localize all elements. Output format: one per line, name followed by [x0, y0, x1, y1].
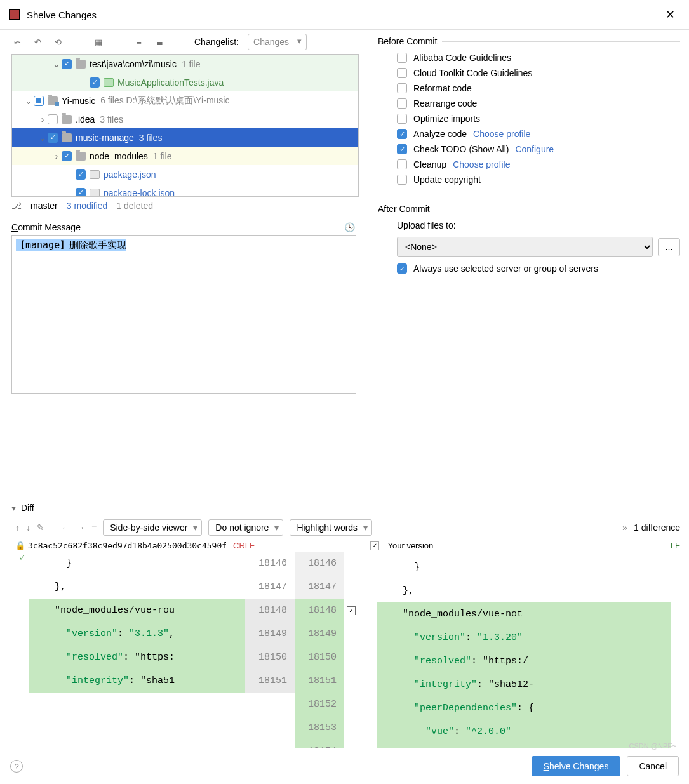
item-name: .idea: [76, 114, 95, 124]
option-label: Check TODO (Show All): [413, 144, 509, 154]
tree-row[interactable]: ›.idea3 files: [12, 110, 358, 128]
checkbox[interactable]: ✓: [76, 188, 86, 197]
option-checkbox[interactable]: [397, 159, 407, 169]
checkbox[interactable]: [34, 96, 44, 106]
option-label: Reformat code: [413, 83, 472, 93]
option-checkbox[interactable]: [397, 83, 407, 93]
expand-arrow[interactable]: ›: [37, 114, 48, 124]
item-name: node_modules: [90, 151, 148, 161]
refresh-icon[interactable]: ⟲: [52, 36, 64, 48]
commit-message-label: Commit Message: [11, 222, 81, 232]
modified-count[interactable]: 3 modified: [67, 201, 108, 211]
tree-row[interactable]: ⌄✓music-manage3 files: [12, 128, 358, 147]
shelve-button[interactable]: Shelve Changes: [532, 756, 621, 776]
upload-select[interactable]: <None>: [397, 237, 653, 257]
file-icon: [90, 189, 100, 197]
changelist-select[interactable]: Changes: [248, 34, 307, 50]
item-meta: 6 files D:\系统默认\桌面\Yi-music: [100, 95, 229, 107]
collapse-icon[interactable]: ≣: [154, 36, 165, 48]
option-label: Cloud Toolkit Code Guidelines: [413, 68, 532, 78]
checkbox[interactable]: ✓: [76, 169, 86, 180]
tree-row[interactable]: ✓package-lock.json: [12, 183, 358, 197]
list-icon[interactable]: ≡: [91, 522, 97, 533]
back-icon[interactable]: ←: [61, 522, 70, 533]
always-label: Always use selected server or group of s…: [413, 263, 598, 274]
prev-diff-icon[interactable]: ↑: [15, 522, 20, 533]
checkbox[interactable]: [48, 114, 58, 124]
tree-row[interactable]: ✓package.json: [12, 165, 358, 183]
item-name: Yi-music: [62, 96, 95, 106]
left-revision: 3c8ac52c682f38c9ed97d18b4a02500d30c4590f: [28, 541, 227, 550]
more-diff-icon[interactable]: »: [622, 522, 627, 533]
edit-icon[interactable]: ✎: [37, 522, 44, 533]
right-checkbox[interactable]: ✓: [370, 541, 379, 550]
option-link[interactable]: Choose profile: [453, 159, 510, 169]
undo-icon[interactable]: ↶: [32, 36, 43, 48]
diff-right-pane[interactable]: } }, "node_modules/vue-not "version": "1…: [358, 552, 680, 748]
expand-arrow[interactable]: ⌄: [37, 133, 48, 143]
accept-change-checkbox[interactable]: ✓: [347, 606, 356, 615]
forward-icon[interactable]: →: [76, 522, 85, 533]
option-label: Rearrange code: [413, 98, 477, 109]
tree-row[interactable]: ⌄✓test\java\com\zi\music1 file: [12, 55, 358, 73]
item-name: package.json: [104, 169, 156, 180]
rollback-icon[interactable]: ⤺: [11, 36, 23, 48]
upload-label: Upload files to:: [397, 220, 456, 230]
folder-icon: [76, 60, 86, 69]
tree-row[interactable]: ⌄Yi-music6 files D:\系统默认\桌面\Yi-music: [12, 91, 358, 110]
tree-row[interactable]: ›✓node_modules1 file: [12, 147, 358, 165]
checkbox[interactable]: ✓: [90, 77, 100, 88]
expand-arrow[interactable]: ›: [51, 151, 62, 161]
item-meta: 1 file: [182, 59, 201, 69]
option-checkbox[interactable]: [397, 98, 407, 109]
option-link[interactable]: Configure: [515, 144, 554, 154]
branch-name: master: [30, 201, 58, 211]
viewer-mode-select[interactable]: Side-by-side viewer: [103, 519, 202, 536]
option-checkbox[interactable]: [397, 68, 407, 78]
tree-row[interactable]: ✓MusicApplicationTests.java: [12, 73, 358, 91]
highlight-select[interactable]: Highlight words: [290, 519, 372, 536]
commit-message-input[interactable]: 【manage】删除歌手实现: [11, 235, 356, 394]
option-checkbox[interactable]: [397, 53, 407, 63]
diff-twisty[interactable]: ▾: [11, 503, 16, 513]
changes-tree[interactable]: ⌄✓test\java\com\zi\music1 file✓MusicAppl…: [11, 54, 359, 197]
item-name: music-manage: [76, 133, 134, 143]
ignore-select[interactable]: Do not ignore: [208, 519, 283, 536]
always-checkbox[interactable]: ✓: [397, 263, 407, 274]
option-label: Alibaba Code Guidelines: [413, 53, 511, 63]
after-commit-title: After Commit: [378, 204, 430, 214]
option-label: Update copyright: [413, 175, 481, 185]
option-checkbox[interactable]: ✓: [397, 144, 407, 154]
close-icon[interactable]: ✕: [660, 6, 680, 23]
option-link[interactable]: Choose profile: [473, 129, 530, 139]
diff-title: Diff: [21, 503, 34, 513]
expand-arrow[interactable]: ⌄: [51, 59, 62, 69]
left-line-ending: CRLF: [233, 541, 255, 550]
diff-left-pane[interactable]: } }, "node_modules/vue-rou "version": "3…: [29, 552, 245, 748]
lock-icon: 🔒: [15, 541, 25, 550]
deleted-count[interactable]: 1 deleted: [116, 201, 153, 211]
window-title: Shelve Changes: [27, 10, 660, 20]
next-diff-icon[interactable]: ↓: [26, 522, 30, 533]
changelist-label: Changelist:: [194, 37, 239, 47]
option-checkbox[interactable]: [397, 114, 407, 124]
module-icon: [48, 96, 58, 105]
item-meta: 3 files: [139, 133, 163, 143]
help-button[interactable]: ?: [10, 760, 23, 773]
checkbox[interactable]: ✓: [62, 59, 72, 69]
option-label: Analyze code: [413, 129, 467, 139]
option-checkbox[interactable]: ✓: [397, 129, 407, 139]
checkbox[interactable]: ✓: [48, 133, 58, 143]
branch-icon: ⎇: [11, 201, 22, 211]
expand-arrow[interactable]: ⌄: [23, 96, 34, 106]
upload-more-button[interactable]: …: [658, 238, 680, 256]
history-icon[interactable]: 🕓: [344, 222, 355, 232]
checkbox[interactable]: ✓: [62, 151, 72, 161]
file-icon: [90, 170, 100, 179]
expand-icon[interactable]: ≡: [133, 36, 145, 48]
cancel-button[interactable]: Cancel: [627, 756, 679, 776]
option-label: Cleanup: [413, 159, 446, 169]
group-icon[interactable]: ▦: [93, 36, 104, 48]
option-checkbox[interactable]: [397, 175, 407, 185]
right-label: Your version: [388, 541, 434, 550]
